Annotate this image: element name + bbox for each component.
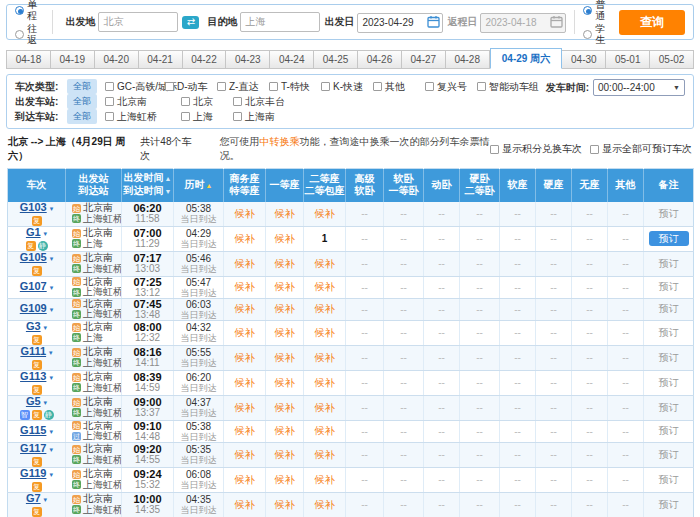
train-number-link[interactable]: G105: [20, 251, 47, 263]
date-tab[interactable]: 04-30: [562, 50, 606, 69]
candidate-link[interactable]: 候补: [235, 258, 255, 269]
candidate-link[interactable]: 候补: [235, 449, 255, 460]
candidate-link[interactable]: 候补: [315, 303, 335, 314]
candidate-link[interactable]: 候补: [315, 377, 335, 388]
candidate-link[interactable]: 候补: [235, 474, 255, 485]
column-header[interactable]: 车次: [8, 169, 66, 202]
checkbox-icon[interactable]: [373, 82, 382, 91]
checkbox-icon[interactable]: [105, 112, 114, 121]
train-number-link[interactable]: G117: [20, 442, 46, 454]
candidate-link[interactable]: 候补: [235, 402, 255, 413]
candidate-link[interactable]: 候补: [275, 281, 295, 292]
train-expand-icon[interactable]: ▾: [44, 496, 48, 503]
filter-option[interactable]: 上海: [181, 110, 233, 124]
column-header[interactable]: 硬卧二等卧: [460, 169, 500, 202]
train-expand-icon[interactable]: ▾: [50, 255, 54, 262]
train-number-link[interactable]: G1: [26, 226, 41, 238]
checkbox-icon[interactable]: [233, 112, 242, 121]
date-tab[interactable]: 04-28: [446, 50, 490, 69]
train-expand-icon[interactable]: ▾: [49, 349, 53, 356]
candidate-link[interactable]: 候补: [275, 258, 295, 269]
checkbox-icon[interactable]: [181, 112, 190, 121]
summary-checkbox[interactable]: 显示全部可预订车次: [590, 142, 692, 156]
radio-adult[interactable]: 普通: [583, 0, 612, 21]
column-header[interactable]: 软座: [500, 169, 536, 202]
candidate-link[interactable]: 候补: [315, 208, 335, 219]
date-tab[interactable]: 04-26: [358, 50, 402, 69]
column-header[interactable]: 出发时间▲到达时间▼: [122, 169, 174, 202]
swap-stations-icon[interactable]: ⇄: [182, 16, 199, 29]
train-expand-icon[interactable]: ▾: [49, 428, 53, 435]
checkbox-icon[interactable]: [590, 145, 599, 154]
date-tab[interactable]: 04-20: [95, 50, 139, 69]
candidate-link[interactable]: 候补: [235, 327, 255, 338]
train-number-link[interactable]: G3: [26, 320, 41, 332]
checkbox-icon[interactable]: [181, 97, 190, 106]
filter-option[interactable]: D-动车: [165, 80, 217, 94]
filter-option[interactable]: K-快速: [321, 80, 373, 94]
book-button[interactable]: 预订: [649, 231, 689, 246]
candidate-link[interactable]: 候补: [315, 352, 335, 363]
filter-option[interactable]: 其他: [373, 80, 425, 94]
checkbox-icon[interactable]: [321, 82, 330, 91]
candidate-link[interactable]: 候补: [315, 499, 335, 510]
train-expand-icon[interactable]: ▾: [50, 205, 54, 212]
train-expand-icon[interactable]: ▾: [44, 230, 48, 237]
select-all-button[interactable]: 全部: [67, 94, 97, 109]
date-tab[interactable]: 04-23: [226, 50, 270, 69]
candidate-link[interactable]: 候补: [275, 208, 295, 219]
calendar-icon[interactable]: [427, 15, 440, 28]
candidate-link[interactable]: 候补: [275, 402, 295, 413]
column-header[interactable]: 商务座特等座: [224, 169, 266, 202]
train-number-link[interactable]: G103: [20, 202, 47, 213]
column-header[interactable]: 二等座二等包座: [304, 169, 346, 202]
checkbox-icon[interactable]: [233, 97, 242, 106]
candidate-link[interactable]: 候补: [235, 208, 255, 219]
filter-option[interactable]: 北京丰台: [233, 95, 285, 109]
train-number-link[interactable]: G7: [26, 492, 41, 504]
radio-round-trip[interactable]: 往返: [15, 23, 44, 45]
train-expand-icon[interactable]: ▾: [44, 324, 48, 331]
train-expand-icon[interactable]: ▾: [50, 284, 54, 291]
train-expand-icon[interactable]: ▾: [49, 471, 53, 478]
date-tab[interactable]: 04-29 周六: [490, 48, 563, 69]
filter-option[interactable]: 北京: [181, 95, 233, 109]
candidate-link[interactable]: 候补: [315, 449, 335, 460]
train-expand-icon[interactable]: ▾: [50, 306, 54, 313]
transfer-link[interactable]: 中转换乘: [259, 136, 299, 147]
candidate-link[interactable]: 候补: [275, 499, 295, 510]
candidate-link[interactable]: 候补: [275, 425, 295, 436]
checkbox-icon[interactable]: [425, 82, 434, 91]
candidate-link[interactable]: 候补: [235, 425, 255, 436]
checkbox-icon[interactable]: [105, 97, 114, 106]
date-tab[interactable]: 04-19: [51, 50, 95, 69]
date-tab[interactable]: 04-24: [270, 50, 314, 69]
date-tab[interactable]: 04-27: [402, 50, 446, 69]
checkbox-icon[interactable]: [217, 82, 226, 91]
column-header[interactable]: 无座: [572, 169, 608, 202]
column-header[interactable]: 硬座: [536, 169, 572, 202]
checkbox-icon[interactable]: [269, 82, 278, 91]
select-all-button[interactable]: 全部: [67, 79, 97, 94]
checkbox-icon[interactable]: [105, 82, 114, 91]
candidate-link[interactable]: 候补: [235, 377, 255, 388]
column-header[interactable]: 其他: [608, 169, 644, 202]
sort-desc-icon[interactable]: ▼: [165, 188, 172, 195]
checkbox-icon[interactable]: [165, 82, 174, 91]
from-station-input[interactable]: [98, 12, 178, 32]
column-header[interactable]: 出发站到达站: [66, 169, 122, 202]
date-tab[interactable]: 05-01: [606, 50, 650, 69]
train-number-link[interactable]: G113: [20, 370, 46, 382]
to-station-input[interactable]: [240, 12, 320, 32]
train-number-link[interactable]: G5: [26, 395, 41, 407]
column-header[interactable]: 一等座: [266, 169, 304, 202]
candidate-link[interactable]: 候补: [315, 402, 335, 413]
summary-checkbox[interactable]: 显示积分兑换车次: [490, 142, 582, 156]
filter-option[interactable]: GC-高铁/城际: [105, 80, 165, 94]
candidate-link[interactable]: 候补: [275, 233, 295, 244]
candidate-link[interactable]: 候补: [275, 352, 295, 363]
candidate-link[interactable]: 候补: [235, 281, 255, 292]
candidate-link[interactable]: 候补: [315, 258, 335, 269]
column-header[interactable]: 高级软卧: [346, 169, 384, 202]
train-expand-icon[interactable]: ▾: [44, 399, 48, 406]
